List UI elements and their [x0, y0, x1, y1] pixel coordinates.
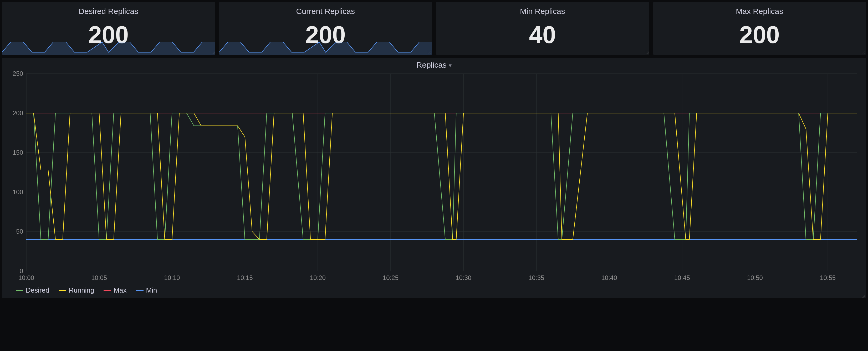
stat-panel-min-replicas[interactable]: Min Replicas 40: [436, 2, 649, 55]
svg-text:100: 100: [12, 188, 23, 196]
stat-value: 40: [436, 23, 649, 47]
resize-handle-icon[interactable]: [862, 51, 865, 54]
sparkline: [219, 39, 432, 55]
chart-title[interactable]: Replicas ▾: [6, 60, 862, 69]
sparkline: [2, 39, 215, 55]
svg-text:150: 150: [12, 149, 23, 156]
svg-text:10:45: 10:45: [674, 274, 690, 281]
legend-label: Min: [146, 286, 157, 294]
svg-text:0: 0: [20, 267, 23, 274]
legend-swatch: [16, 290, 23, 291]
resize-handle-icon[interactable]: [428, 51, 431, 54]
svg-text:10:40: 10:40: [601, 274, 617, 281]
legend-label: Running: [69, 286, 94, 294]
resize-handle-icon[interactable]: [862, 294, 865, 298]
resize-handle-icon[interactable]: [211, 51, 215, 54]
stat-title: Min Replicas: [436, 2, 649, 16]
svg-text:10:25: 10:25: [383, 274, 399, 281]
svg-text:10:35: 10:35: [528, 274, 544, 281]
replicas-line-chart[interactable]: 05010015020025010:0010:0510:1010:1510:20…: [6, 71, 862, 284]
svg-text:10:20: 10:20: [310, 274, 326, 281]
stat-panel-current-replicas[interactable]: Current Replicas 200: [219, 2, 432, 55]
chart-panel-replicas[interactable]: Replicas ▾ 05010015020025010:0010:0510:1…: [2, 58, 866, 298]
chevron-down-icon: ▾: [449, 62, 452, 69]
stat-value: 200: [653, 23, 866, 47]
svg-text:10:10: 10:10: [164, 274, 180, 281]
legend-item-desired[interactable]: Desired: [16, 286, 50, 294]
legend-swatch: [103, 290, 111, 291]
stat-panel-desired-replicas[interactable]: Desired Replicas 200: [2, 2, 215, 55]
stat-title: Max Replicas: [653, 2, 866, 16]
svg-text:10:15: 10:15: [237, 274, 253, 281]
legend-swatch: [59, 290, 66, 291]
svg-text:200: 200: [12, 110, 23, 117]
legend-item-max[interactable]: Max: [103, 286, 126, 294]
stat-panel-max-replicas[interactable]: Max Replicas 200: [653, 2, 866, 55]
svg-text:50: 50: [16, 228, 23, 235]
svg-text:10:05: 10:05: [91, 274, 107, 281]
chart-title-text: Replicas: [416, 60, 446, 69]
svg-text:10:00: 10:00: [19, 274, 34, 281]
resize-handle-icon[interactable]: [645, 51, 649, 54]
stat-title: Desired Replicas: [2, 2, 215, 16]
stat-title: Current Replicas: [219, 2, 432, 16]
legend-item-running[interactable]: Running: [59, 286, 94, 294]
svg-text:250: 250: [12, 71, 23, 77]
svg-text:10:30: 10:30: [456, 274, 471, 281]
legend-swatch: [136, 290, 144, 291]
legend-label: Max: [114, 286, 126, 294]
chart-legend: Desired Running Max Min: [6, 284, 862, 294]
legend-label: Desired: [26, 286, 50, 294]
svg-text:10:50: 10:50: [747, 274, 763, 281]
svg-text:10:55: 10:55: [820, 274, 836, 281]
stat-panel-row: Desired Replicas 200 Current Replicas 20…: [2, 2, 866, 55]
legend-item-min[interactable]: Min: [136, 286, 157, 294]
